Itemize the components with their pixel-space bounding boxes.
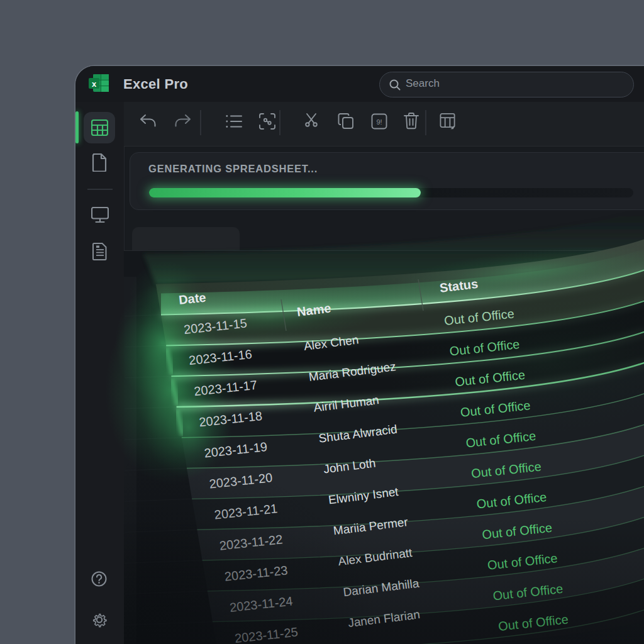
svg-text:x: x bbox=[92, 79, 97, 89]
svg-text:9!: 9! bbox=[376, 118, 382, 126]
